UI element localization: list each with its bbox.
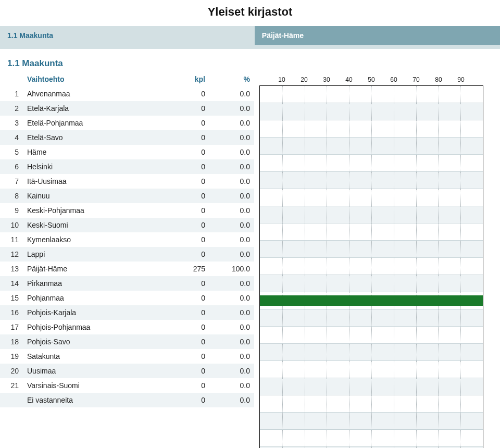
row-kpl: 0 [165,203,209,218]
row-pct: 0.0 [209,247,254,262]
chart-row [260,172,483,189]
row-index: 1 [0,86,23,101]
chart-row [260,430,483,447]
row-name: Satakunta [23,349,165,364]
row-pct: 0.0 [209,232,254,247]
chart-row [260,241,483,258]
row-pct: 0.0 [209,291,254,305]
row-pct: 0.0 [209,189,254,203]
table-row: 20Uusimaa00.0 [0,364,254,378]
chart-row [260,120,483,138]
row-pct: 0.0 [209,349,254,364]
data-table: Vaihtoehto kpl % 1Ahvenanmaa00.02Etelä-K… [0,72,254,407]
row-kpl: 0 [165,378,209,393]
row-index: 6 [0,159,23,174]
axis-tick: 70 [413,76,419,83]
row-kpl: 0 [165,305,209,320]
row-pct: 0.0 [209,174,254,189]
row-index: 14 [0,276,23,291]
table-row: Ei vastanneita00.0 [0,393,254,407]
row-pct: 0.0 [209,393,254,407]
row-name: Etelä-Karjala [23,101,165,116]
row-pct: 0.0 [209,320,254,334]
axis-tick: 30 [323,76,330,83]
row-kpl: 0 [165,334,209,349]
table-row: 2Etelä-Karjala00.0 [0,101,254,116]
axis-tick: 80 [435,76,442,83]
row-index: 4 [0,130,23,145]
header-value: Päijät-Häme [255,26,500,45]
row-kpl: 0 [165,232,209,247]
row-pct: 0.0 [209,86,254,101]
row-kpl: 0 [165,364,209,378]
row-name: Pirkanmaa [23,276,165,291]
row-name: Pohjois-Karjala [23,305,165,320]
row-kpl: 275 [165,262,209,276]
chart-row [260,395,483,413]
chart-row [260,223,483,241]
row-name: Etelä-Pohjanmaa [23,116,165,130]
row-kpl: 0 [165,247,209,262]
section-title: 1.1 Maakunta [0,49,500,72]
axis-tick: 50 [368,76,374,83]
col-kpl: kpl [165,72,209,86]
row-name: Itä-Uusimaa [23,174,165,189]
table-row: 13Päijät-Häme275100.0 [0,262,254,276]
axis-tick: 40 [345,76,352,83]
chart-row [260,258,483,275]
row-index [0,393,23,407]
row-pct: 0.0 [209,203,254,218]
row-kpl: 0 [165,349,209,364]
table-row: 9Keski-Pohjanmaa00.0 [0,203,254,218]
row-name: Lappi [23,247,165,262]
percent-chart: 102030405060708090 [259,72,483,448]
row-pct: 0.0 [209,159,254,174]
row-pct: 0.0 [209,145,254,159]
row-kpl: 0 [165,174,209,189]
row-pct: 0.0 [209,130,254,145]
table-row: 7Itä-Uusimaa00.0 [0,174,254,189]
row-kpl: 0 [165,320,209,334]
row-name: Häme [23,145,165,159]
row-pct: 0.0 [209,276,254,291]
row-kpl: 0 [165,218,209,232]
row-name: Pohjois-Pohjanmaa [23,320,165,334]
chart-row [260,86,483,103]
chart-row [260,344,483,361]
chart-row [260,292,483,309]
row-name: Keski-Suomi [23,218,165,232]
table-row: 3Etelä-Pohjanmaa00.0 [0,116,254,130]
row-kpl: 0 [165,130,209,145]
table-row: 14Pirkanmaa00.0 [0,276,254,291]
row-index: 9 [0,203,23,218]
table-row: 19Satakunta00.0 [0,349,254,364]
table-row: 17Pohjois-Pohjanmaa00.0 [0,320,254,334]
row-index: 5 [0,145,23,159]
chart-row [260,361,483,378]
row-name: Kymenlaakso [23,232,165,247]
row-index: 11 [0,232,23,247]
row-kpl: 0 [165,189,209,203]
axis-tick: 90 [457,76,464,83]
chart-row [260,155,483,172]
row-name: Helsinki [23,159,165,174]
table-row: 10Keski-Suomi00.0 [0,218,254,232]
table-row: 5Häme00.0 [0,145,254,159]
row-index: 17 [0,320,23,334]
row-pct: 0.0 [209,116,254,130]
chart-body [259,86,483,448]
row-pct: 0.0 [209,334,254,349]
row-index: 16 [0,305,23,320]
row-index: 3 [0,116,23,130]
row-kpl: 0 [165,145,209,159]
chart-row [260,378,483,395]
chart-row [260,206,483,223]
chart-row [260,309,483,327]
row-kpl: 0 [165,159,209,174]
row-index: 18 [0,334,23,349]
chart-axis: 102030405060708090 [259,72,483,86]
table-row: 16Pohjois-Karjala00.0 [0,305,254,320]
axis-tick: 20 [301,76,307,83]
row-name: Ahvenanmaa [23,86,165,101]
table-row: 12Lappi00.0 [0,247,254,262]
